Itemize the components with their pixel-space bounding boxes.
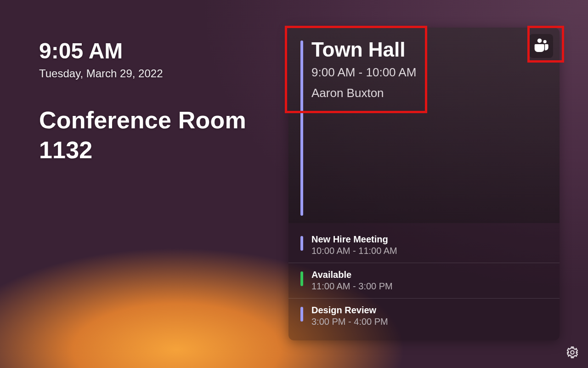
svg-point-0: [537, 39, 542, 43]
room-info-pane: 9:05 AM Tuesday, March 29, 2022 Conferen…: [39, 39, 269, 165]
settings-button[interactable]: [564, 345, 581, 362]
upcoming-list: New Hire Meeting 10:00 AM - 11:00 AM Ava…: [288, 223, 560, 340]
upcoming-title: Available: [311, 270, 547, 280]
svg-point-1: [543, 40, 547, 43]
clock-date: Tuesday, March 29, 2022: [39, 67, 269, 80]
upcoming-time: 10:00 AM - 11:00 AM: [311, 246, 547, 256]
upcoming-time: 11:00 AM - 3:00 PM: [311, 281, 547, 292]
list-item[interactable]: Available 11:00 AM - 3:00 PM: [288, 263, 560, 299]
current-meeting-time: 9:00 AM - 10:00 AM: [311, 65, 547, 80]
upcoming-title: New Hire Meeting: [311, 234, 547, 245]
current-meeting-accent: [300, 40, 303, 216]
current-meeting-title: Town Hall: [311, 39, 547, 61]
teams-button[interactable]: [529, 34, 553, 58]
upcoming-title: Design Review: [311, 305, 547, 316]
list-item[interactable]: New Hire Meeting 10:00 AM - 11:00 AM: [288, 228, 560, 263]
current-meeting-card[interactable]: Town Hall 9:00 AM - 10:00 AM Aaron Buxto…: [288, 28, 560, 223]
room-name: Conference Room 1132: [39, 105, 269, 165]
list-item[interactable]: Design Review 3:00 PM - 4:00 PM: [288, 299, 560, 334]
busy-stripe-icon: [300, 307, 303, 322]
upcoming-time: 3:00 PM - 4:00 PM: [311, 316, 547, 327]
current-meeting-organizer: Aaron Buxton: [311, 86, 547, 100]
busy-stripe-icon: [300, 236, 303, 251]
clock-time: 9:05 AM: [39, 39, 269, 63]
svg-point-2: [571, 351, 574, 354]
schedule-panel: Town Hall 9:00 AM - 10:00 AM Aaron Buxto…: [288, 28, 560, 340]
teams-icon: [533, 38, 549, 54]
available-stripe-icon: [300, 271, 303, 286]
gear-icon: [566, 346, 579, 361]
